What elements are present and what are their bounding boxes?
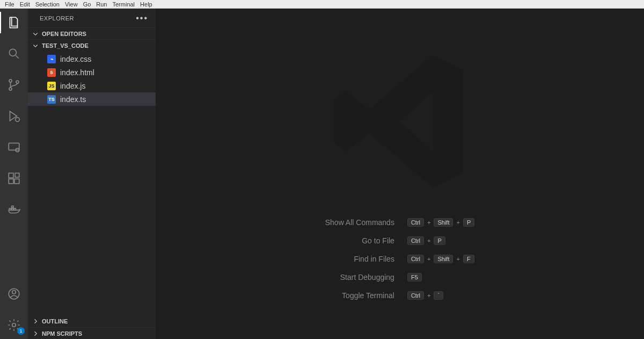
menu-bar: File Edit Selection View Go Run Terminal… bbox=[0, 0, 644, 9]
section-outline[interactable]: OUTLINE bbox=[28, 315, 156, 327]
shortcut-label: Toggle Terminal bbox=[325, 291, 394, 300]
section-label: OPEN EDITORS bbox=[42, 31, 86, 37]
shortcut-keys: Ctrl+ ` bbox=[407, 291, 474, 300]
plus-icon: + bbox=[456, 256, 459, 262]
kbd-key: ` bbox=[434, 291, 443, 300]
kbd-key: P bbox=[434, 236, 445, 245]
file-row[interactable]: ⌁ index.css bbox=[28, 52, 156, 66]
workspace-name: TEST_VS_CODE bbox=[42, 42, 89, 49]
branch-icon bbox=[7, 78, 21, 92]
shortcut-keys: Ctrl+ Shift+ P bbox=[407, 218, 474, 227]
activity-settings[interactable]: 1 bbox=[0, 314, 28, 336]
activity-run-debug[interactable] bbox=[0, 105, 28, 127]
activity-bar-top bbox=[0, 12, 28, 220]
kbd-key: F bbox=[463, 255, 474, 263]
file-name: index.css bbox=[60, 55, 91, 63]
docker-icon bbox=[7, 203, 21, 217]
sidebar-bottom: OUTLINE NPM SCRIPTS bbox=[28, 315, 156, 339]
plus-icon: + bbox=[427, 237, 430, 244]
svg-rect-7 bbox=[9, 173, 13, 178]
plus-icon: + bbox=[427, 219, 430, 226]
svg-point-0 bbox=[9, 49, 16, 56]
activity-docker[interactable] bbox=[0, 199, 28, 220]
menu-view[interactable]: View bbox=[62, 1, 80, 8]
kbd-key: Ctrl bbox=[407, 255, 424, 263]
chevron-down-icon bbox=[32, 31, 39, 37]
chevron-right-icon bbox=[32, 318, 39, 324]
kbd-key: Ctrl bbox=[407, 291, 424, 300]
file-name: index.js bbox=[60, 82, 85, 90]
menu-go[interactable]: Go bbox=[80, 1, 94, 8]
svg-point-16 bbox=[12, 291, 16, 294]
plus-icon: + bbox=[427, 256, 430, 262]
menu-run[interactable]: Run bbox=[93, 1, 109, 8]
vscode-watermark-icon bbox=[325, 46, 475, 197]
sidebar-title: EXPLORER bbox=[40, 15, 74, 21]
plus-icon: + bbox=[456, 219, 459, 226]
sidebar-more-icon[interactable]: ••• bbox=[136, 13, 148, 23]
sidebar-explorer: EXPLORER ••• OPEN EDITORS TEST_VS_CODE ⌁… bbox=[28, 9, 156, 339]
section-label: NPM SCRIPTS bbox=[42, 330, 82, 337]
activity-accounts[interactable] bbox=[0, 283, 28, 305]
welcome-shortcuts: Show All Commands Ctrl+ Shift+ P Go to F… bbox=[325, 218, 475, 300]
remote-icon bbox=[7, 140, 21, 154]
shortcut-keys: Ctrl+ Shift+ F bbox=[407, 255, 474, 263]
svg-point-3 bbox=[16, 81, 19, 83]
section-label: OUTLINE bbox=[42, 318, 68, 324]
activity-extensions[interactable] bbox=[0, 168, 28, 189]
account-icon bbox=[7, 287, 21, 301]
shortcut-keys: F5 bbox=[407, 273, 474, 282]
kbd-key: Shift bbox=[434, 255, 453, 263]
extensions-icon bbox=[7, 171, 21, 185]
menu-file[interactable]: File bbox=[2, 1, 17, 8]
menu-selection[interactable]: Selection bbox=[33, 1, 62, 8]
menu-help[interactable]: Help bbox=[137, 1, 155, 8]
activity-search[interactable] bbox=[0, 43, 28, 64]
editor-area: Show All Commands Ctrl+ Shift+ P Go to F… bbox=[156, 9, 644, 339]
shortcut-label: Go to File bbox=[325, 236, 394, 245]
activity-explorer[interactable] bbox=[0, 12, 28, 33]
menu-edit[interactable]: Edit bbox=[17, 1, 33, 8]
kbd-key: Shift bbox=[434, 218, 453, 227]
shortcut-label: Find in Files bbox=[325, 255, 394, 263]
activity-bar: 1 bbox=[0, 9, 28, 339]
sidebar-title-row: EXPLORER ••• bbox=[28, 9, 156, 27]
workbench: 1 EXPLORER ••• OPEN EDITORS TEST_VS_CODE… bbox=[0, 9, 644, 339]
svg-point-17 bbox=[12, 323, 16, 327]
kbd-key: F5 bbox=[407, 273, 422, 282]
ts-file-icon: TS bbox=[47, 95, 56, 104]
menu-terminal[interactable]: Terminal bbox=[110, 1, 138, 8]
plus-icon: + bbox=[427, 292, 430, 299]
css-file-icon: ⌁ bbox=[47, 55, 56, 63]
file-name: index.ts bbox=[60, 95, 86, 104]
file-name: index.html bbox=[60, 68, 94, 77]
svg-point-2 bbox=[9, 88, 12, 90]
js-file-icon: JS bbox=[47, 82, 56, 90]
html-file-icon: 5 bbox=[47, 68, 56, 77]
activity-remote[interactable] bbox=[0, 136, 28, 158]
shortcut-label: Start Debugging bbox=[325, 273, 394, 282]
svg-rect-5 bbox=[9, 143, 19, 150]
svg-point-1 bbox=[9, 80, 12, 82]
settings-badge: 1 bbox=[17, 327, 25, 335]
file-row[interactable]: 5 index.html bbox=[28, 66, 156, 79]
svg-rect-14 bbox=[12, 206, 13, 208]
chevron-right-icon bbox=[32, 330, 39, 337]
file-tree: ⌁ index.css 5 index.html JS index.js TS … bbox=[28, 51, 156, 107]
play-bug-icon bbox=[7, 109, 21, 123]
svg-rect-10 bbox=[15, 173, 19, 177]
svg-rect-9 bbox=[14, 179, 19, 184]
files-icon bbox=[7, 16, 21, 30]
section-workspace[interactable]: TEST_VS_CODE bbox=[28, 39, 156, 51]
section-open-editors[interactable]: OPEN EDITORS bbox=[28, 27, 156, 39]
kbd-key: Ctrl bbox=[407, 236, 424, 245]
file-row[interactable]: TS index.ts bbox=[28, 92, 156, 106]
activity-bar-bottom: 1 bbox=[0, 283, 28, 336]
svg-point-4 bbox=[16, 118, 20, 122]
search-icon bbox=[7, 47, 21, 61]
kbd-key: Ctrl bbox=[407, 218, 424, 227]
activity-source-control[interactable] bbox=[0, 74, 28, 96]
file-row[interactable]: JS index.js bbox=[28, 79, 156, 92]
section-npm-scripts[interactable]: NPM SCRIPTS bbox=[28, 327, 156, 339]
kbd-key: P bbox=[463, 218, 474, 227]
